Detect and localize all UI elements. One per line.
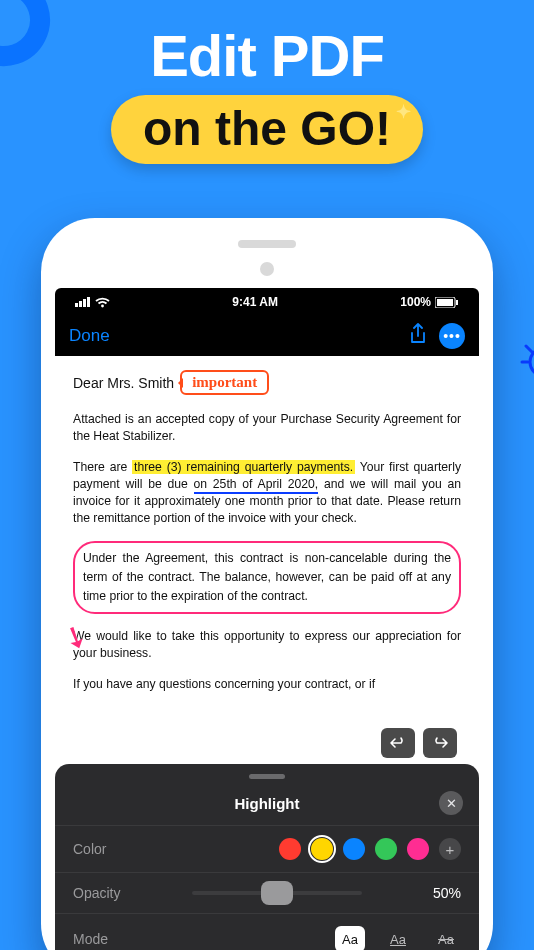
p2-a: There are — [73, 460, 132, 474]
opacity-slider[interactable] — [192, 891, 362, 895]
swatch-pink[interactable] — [407, 838, 429, 860]
paragraph-3: Under the Agreement, this contract is no… — [83, 551, 451, 603]
svg-rect-3 — [83, 299, 86, 307]
swatch-yellow[interactable] — [311, 838, 333, 860]
highlight-span[interactable]: three (3) remaining quarterly payments. — [132, 460, 355, 474]
svg-rect-1 — [75, 303, 78, 307]
hero: Edit PDF on the GO! ✦ — [0, 0, 534, 164]
hero-line1: Edit PDF — [0, 22, 534, 89]
mode-strike[interactable]: Aa — [431, 926, 461, 950]
share-icon[interactable] — [409, 323, 427, 349]
svg-rect-8 — [456, 300, 458, 305]
opacity-label: Opacity — [73, 885, 120, 901]
editor-toolbar: Done ••• — [55, 316, 479, 356]
hero-line2: on the GO! — [143, 102, 391, 155]
phone-camera — [260, 262, 274, 276]
swatch-green[interactable] — [375, 838, 397, 860]
hero-pill: on the GO! ✦ — [111, 95, 423, 164]
done-button[interactable]: Done — [69, 326, 110, 346]
opacity-value: 50% — [433, 885, 461, 901]
color-swatches: + — [279, 838, 461, 860]
greeting: Dear Mrs. Smith — [73, 375, 174, 391]
underline-span[interactable]: on 25th of April 2020, — [194, 477, 319, 494]
mode-row: Mode Aa Aa Aa — [55, 913, 479, 950]
svg-rect-2 — [79, 301, 82, 307]
slider-thumb[interactable] — [261, 881, 293, 905]
opacity-row: Opacity 50% — [55, 872, 479, 913]
paragraph-4: We would like to take this opportunity t… — [73, 628, 461, 662]
battery-pct: 100% — [400, 295, 431, 309]
lightbulb-icon — [520, 326, 534, 394]
highlight-panel: Highlight ✕ Color + Opacity — [55, 764, 479, 950]
swatch-add[interactable]: + — [439, 838, 461, 860]
svg-rect-7 — [437, 299, 453, 306]
annotation-callout[interactable]: important — [180, 370, 269, 395]
star-icon: ✦ — [396, 101, 411, 123]
redo-button[interactable] — [423, 728, 457, 758]
swatch-red[interactable] — [279, 838, 301, 860]
paragraph-5: If you have any questions concerning you… — [73, 676, 461, 693]
phone-frame: 9:41 AM 100% Done ••• Dear Mrs. Smith im… — [41, 218, 493, 950]
mode-underline[interactable]: Aa — [383, 926, 413, 950]
document-page[interactable]: Dear Mrs. Smith important Attached is an… — [55, 356, 479, 764]
panel-title: Highlight — [235, 795, 300, 812]
close-icon[interactable]: ✕ — [439, 791, 463, 815]
phone-speaker — [238, 240, 296, 248]
paragraph-1: Attached is an accepted copy of your Pur… — [73, 411, 461, 445]
circled-annotation[interactable]: Under the Agreement, this contract is no… — [73, 541, 461, 614]
color-label: Color — [73, 841, 106, 857]
color-row: Color + — [55, 825, 479, 872]
svg-point-5 — [101, 304, 104, 307]
status-time: 9:41 AM — [232, 295, 278, 309]
paragraph-2: There are three (3) remaining quarterly … — [73, 459, 461, 527]
more-button[interactable]: ••• — [439, 323, 465, 349]
signal-icon — [75, 297, 91, 307]
phone-screen: 9:41 AM 100% Done ••• Dear Mrs. Smith im… — [55, 288, 479, 950]
mode-label: Mode — [73, 931, 108, 947]
status-bar: 9:41 AM 100% — [55, 288, 479, 316]
svg-rect-4 — [87, 297, 90, 307]
panel-handle[interactable] — [249, 774, 285, 779]
mode-highlight[interactable]: Aa — [335, 926, 365, 950]
swatch-blue[interactable] — [343, 838, 365, 860]
undo-redo-group — [381, 728, 457, 758]
battery-icon — [435, 297, 459, 308]
undo-button[interactable] — [381, 728, 415, 758]
wifi-icon — [95, 297, 110, 308]
